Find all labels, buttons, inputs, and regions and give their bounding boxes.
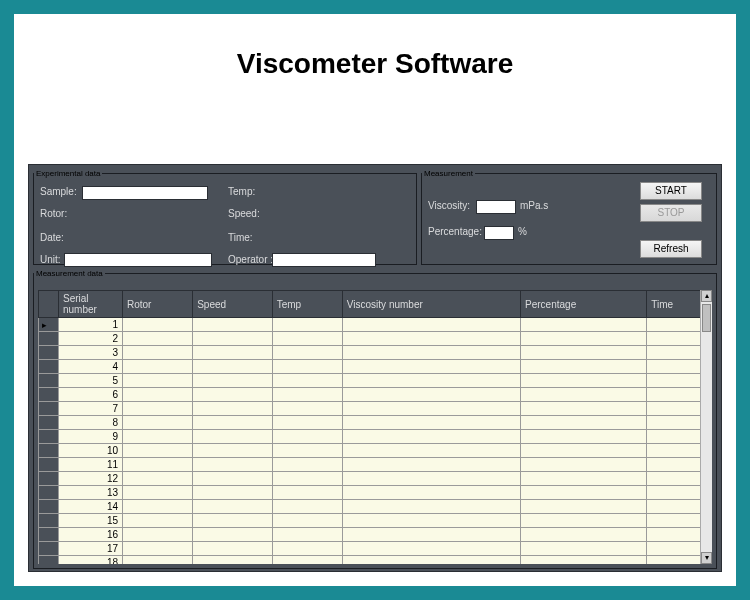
row-header[interactable] bbox=[39, 346, 59, 360]
data-cell[interactable] bbox=[193, 458, 273, 472]
column-header[interactable]: Percentage bbox=[521, 291, 647, 318]
data-cell[interactable] bbox=[342, 542, 520, 556]
data-cell[interactable] bbox=[272, 458, 342, 472]
data-cell[interactable] bbox=[342, 500, 520, 514]
row-header[interactable] bbox=[39, 402, 59, 416]
data-cell[interactable] bbox=[521, 458, 647, 472]
serial-cell[interactable]: 7 bbox=[59, 402, 123, 416]
data-cell[interactable] bbox=[272, 444, 342, 458]
serial-cell[interactable]: 6 bbox=[59, 388, 123, 402]
data-cell[interactable] bbox=[342, 528, 520, 542]
data-cell[interactable] bbox=[193, 542, 273, 556]
data-cell[interactable] bbox=[342, 388, 520, 402]
table-row[interactable]: 18 bbox=[39, 556, 712, 565]
data-cell[interactable] bbox=[342, 360, 520, 374]
data-cell[interactable] bbox=[193, 318, 273, 332]
data-cell[interactable] bbox=[342, 318, 520, 332]
row-header[interactable] bbox=[39, 514, 59, 528]
data-cell[interactable] bbox=[123, 332, 193, 346]
data-cell[interactable] bbox=[272, 542, 342, 556]
data-cell[interactable] bbox=[123, 500, 193, 514]
data-cell[interactable] bbox=[521, 556, 647, 565]
serial-cell[interactable]: 2 bbox=[59, 332, 123, 346]
table-row[interactable]: 7 bbox=[39, 402, 712, 416]
serial-cell[interactable]: 1 bbox=[59, 318, 123, 332]
serial-cell[interactable]: 11 bbox=[59, 458, 123, 472]
data-cell[interactable] bbox=[272, 402, 342, 416]
table-row[interactable]: 8 bbox=[39, 416, 712, 430]
data-cell[interactable] bbox=[193, 556, 273, 565]
column-header[interactable]: Serial number bbox=[59, 291, 123, 318]
viscosity-input[interactable] bbox=[476, 200, 516, 214]
data-cell[interactable] bbox=[272, 556, 342, 565]
data-cell[interactable] bbox=[272, 472, 342, 486]
refresh-button[interactable]: Refresh bbox=[640, 240, 702, 258]
row-header[interactable] bbox=[39, 416, 59, 430]
data-cell[interactable] bbox=[342, 472, 520, 486]
scroll-up-arrow[interactable]: ▴ bbox=[701, 290, 712, 302]
table-row[interactable]: 10 bbox=[39, 444, 712, 458]
data-cell[interactable] bbox=[193, 430, 273, 444]
data-cell[interactable] bbox=[342, 332, 520, 346]
data-cell[interactable] bbox=[521, 514, 647, 528]
percentage-input[interactable] bbox=[484, 226, 514, 240]
data-cell[interactable] bbox=[342, 346, 520, 360]
data-cell[interactable] bbox=[342, 486, 520, 500]
data-cell[interactable] bbox=[193, 374, 273, 388]
table-row[interactable]: 12 bbox=[39, 472, 712, 486]
data-cell[interactable] bbox=[342, 374, 520, 388]
data-cell[interactable] bbox=[123, 402, 193, 416]
data-cell[interactable] bbox=[342, 514, 520, 528]
table-row[interactable]: 14 bbox=[39, 500, 712, 514]
data-cell[interactable] bbox=[123, 458, 193, 472]
data-cell[interactable] bbox=[123, 430, 193, 444]
serial-cell[interactable]: 14 bbox=[59, 500, 123, 514]
stop-button[interactable]: STOP bbox=[640, 204, 702, 222]
table-row[interactable]: 2 bbox=[39, 332, 712, 346]
data-cell[interactable] bbox=[342, 416, 520, 430]
data-cell[interactable] bbox=[342, 444, 520, 458]
data-cell[interactable] bbox=[123, 388, 193, 402]
serial-cell[interactable]: 3 bbox=[59, 346, 123, 360]
operator-input[interactable] bbox=[272, 253, 376, 267]
column-header[interactable]: Speed bbox=[193, 291, 273, 318]
sample-input[interactable] bbox=[82, 186, 208, 200]
data-cell[interactable] bbox=[521, 444, 647, 458]
data-cell[interactable] bbox=[193, 472, 273, 486]
data-cell[interactable] bbox=[193, 486, 273, 500]
data-cell[interactable] bbox=[123, 514, 193, 528]
column-header[interactable]: Rotor bbox=[123, 291, 193, 318]
row-header[interactable] bbox=[39, 542, 59, 556]
data-cell[interactable] bbox=[123, 374, 193, 388]
data-cell[interactable] bbox=[342, 556, 520, 565]
data-cell[interactable] bbox=[272, 416, 342, 430]
row-header[interactable] bbox=[39, 444, 59, 458]
data-cell[interactable] bbox=[521, 332, 647, 346]
data-cell[interactable] bbox=[342, 402, 520, 416]
data-cell[interactable] bbox=[193, 360, 273, 374]
table-row[interactable]: 16 bbox=[39, 528, 712, 542]
data-cell[interactable] bbox=[521, 528, 647, 542]
row-header[interactable] bbox=[39, 458, 59, 472]
data-cell[interactable] bbox=[521, 360, 647, 374]
data-cell[interactable] bbox=[272, 388, 342, 402]
row-header[interactable] bbox=[39, 332, 59, 346]
table-row[interactable]: 5 bbox=[39, 374, 712, 388]
table-row[interactable]: 11 bbox=[39, 458, 712, 472]
data-cell[interactable] bbox=[123, 528, 193, 542]
data-cell[interactable] bbox=[123, 472, 193, 486]
row-header[interactable] bbox=[39, 556, 59, 565]
row-header[interactable] bbox=[39, 360, 59, 374]
row-header[interactable] bbox=[39, 388, 59, 402]
data-cell[interactable] bbox=[123, 346, 193, 360]
serial-cell[interactable]: 10 bbox=[59, 444, 123, 458]
data-cell[interactable] bbox=[193, 528, 273, 542]
data-cell[interactable] bbox=[123, 486, 193, 500]
row-header[interactable] bbox=[39, 374, 59, 388]
row-header[interactable] bbox=[39, 486, 59, 500]
data-cell[interactable] bbox=[193, 402, 273, 416]
data-cell[interactable] bbox=[521, 388, 647, 402]
serial-cell[interactable]: 13 bbox=[59, 486, 123, 500]
data-cell[interactable] bbox=[521, 430, 647, 444]
table-row[interactable]: ▸1 bbox=[39, 318, 712, 332]
